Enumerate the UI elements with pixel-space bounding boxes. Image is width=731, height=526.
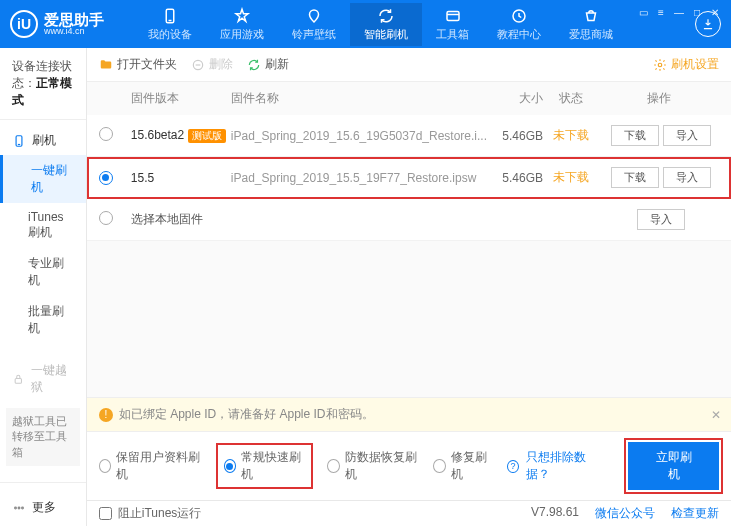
window-settings-icon[interactable]: ≡	[653, 4, 669, 20]
nav-4[interactable]: 工具箱	[422, 3, 483, 46]
svg-rect-2	[447, 11, 459, 20]
firmware-row[interactable]: 15.5iPad_Spring_2019_15.5_19F77_Restore.…	[87, 157, 731, 199]
option-repair-flash[interactable]: 修复刷机	[433, 449, 493, 483]
app-name: 爱思助手	[44, 12, 104, 27]
nav-icon	[510, 7, 528, 25]
import-button[interactable]: 导入	[663, 167, 711, 188]
gear-icon	[653, 58, 667, 72]
sidebar-flash-item[interactable]: iTunes刷机	[0, 203, 86, 248]
app-url: www.i4.cn	[44, 27, 104, 36]
sidebar-flash-item[interactable]: 专业刷机	[0, 248, 86, 296]
nav-3[interactable]: 智能刷机	[350, 3, 422, 46]
jailbreak-info: 越狱工具已转移至工具箱	[6, 408, 80, 466]
sidebar-section-flash[interactable]: 刷机	[0, 126, 86, 155]
open-folder-button[interactable]: 打开文件夹	[99, 56, 177, 73]
import-button[interactable]: 导入	[637, 209, 685, 230]
logo-icon: iU	[10, 10, 38, 38]
radio-icon[interactable]	[99, 211, 113, 225]
import-button[interactable]: 导入	[663, 125, 711, 146]
window-close-icon[interactable]: ✕	[707, 4, 723, 20]
window-menu-icon[interactable]: ▭	[635, 4, 651, 20]
radio-icon[interactable]	[99, 127, 113, 141]
flash-now-button[interactable]: 立即刷机	[628, 442, 719, 490]
close-icon[interactable]: ✕	[711, 408, 721, 422]
option-keep-data[interactable]: 保留用户资料刷机	[99, 449, 202, 483]
sidebar-section-jailbreak: 一键越狱	[0, 356, 86, 402]
device-status: 设备连接状态：正常模式	[0, 48, 86, 120]
sidebar-more-item[interactable]: 其他工具	[0, 522, 86, 526]
sidebar-section-more[interactable]: 更多	[0, 493, 86, 522]
nav-icon	[444, 7, 462, 25]
radio-icon[interactable]	[99, 171, 113, 185]
sidebar-flash-item[interactable]: 批量刷机	[0, 296, 86, 344]
block-itunes-checkbox[interactable]: 阻止iTunes运行	[99, 505, 202, 522]
local-firmware-row[interactable]: 选择本地固件 导入	[87, 199, 731, 241]
nav-icon	[161, 7, 179, 25]
delete-icon	[191, 58, 205, 72]
warning-icon: !	[99, 408, 113, 422]
nav-2[interactable]: 铃声壁纸	[278, 3, 350, 46]
nav-5[interactable]: 教程中心	[483, 3, 555, 46]
option-anti-recovery[interactable]: 防数据恢复刷机	[327, 449, 419, 483]
version-label: V7.98.61	[531, 505, 579, 522]
nav-0[interactable]: 我的设备	[134, 3, 206, 46]
nav-1[interactable]: 应用游戏	[206, 3, 278, 46]
refresh-button[interactable]: 刷新	[247, 56, 289, 73]
table-header: 固件版本 固件名称 大小 状态 操作	[87, 82, 731, 115]
nav-icon	[305, 7, 323, 25]
svg-point-8	[15, 507, 17, 509]
flash-settings-button[interactable]: 刷机设置	[653, 56, 719, 73]
svg-point-15	[658, 63, 662, 67]
lock-icon	[12, 372, 25, 386]
check-update-link[interactable]: 检查更新	[671, 505, 719, 522]
svg-point-9	[18, 507, 20, 509]
folder-icon	[99, 58, 113, 72]
warning-bar: ! 如已绑定 Apple ID，请准备好 Apple ID和密码。 ✕	[87, 397, 731, 432]
refresh-icon	[247, 58, 261, 72]
wechat-link[interactable]: 微信公众号	[595, 505, 655, 522]
app-logo: iU 爱思助手 www.i4.cn	[10, 10, 104, 38]
nav-icon	[377, 7, 395, 25]
delete-button[interactable]: 删除	[191, 56, 233, 73]
window-maximize-icon[interactable]: □	[689, 4, 705, 20]
sidebar-flash-item[interactable]: 一键刷机	[0, 155, 86, 203]
phone-icon	[12, 134, 26, 148]
firmware-row[interactable]: 15.6beta2测试版iPad_Spring_2019_15.6_19G503…	[87, 115, 731, 157]
svg-rect-7	[15, 378, 21, 383]
nav-icon	[233, 7, 251, 25]
nav-icon	[582, 7, 600, 25]
option-normal-flash[interactable]: 常规快速刷机	[216, 443, 313, 489]
help-icon: ?	[507, 460, 519, 473]
nav-6[interactable]: 爱思商城	[555, 3, 627, 46]
download-button[interactable]: 下载	[611, 167, 659, 188]
window-minimize-icon[interactable]: —	[671, 4, 687, 20]
svg-point-10	[22, 507, 24, 509]
download-button[interactable]: 下载	[611, 125, 659, 146]
exclude-data-link[interactable]: ?只想排除数据？	[507, 449, 600, 483]
more-icon	[12, 501, 26, 515]
